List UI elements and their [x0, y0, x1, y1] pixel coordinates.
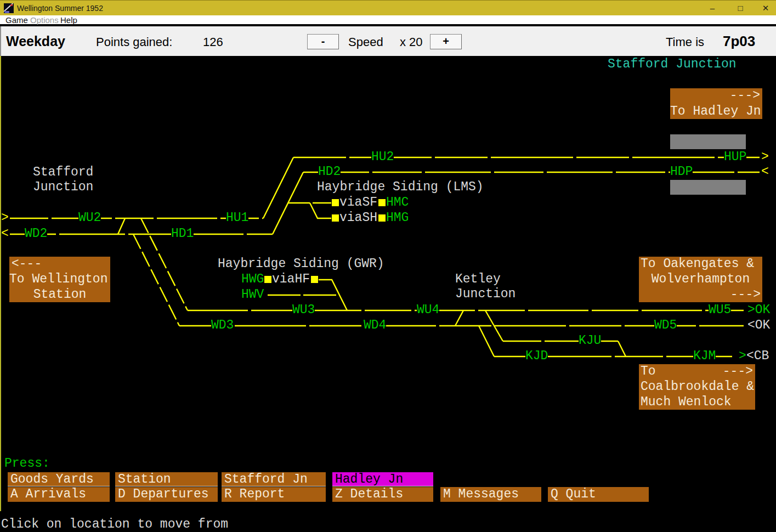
caption-ketley-junction: KetleyJunction: [455, 272, 516, 302]
app-icon: SIM: [4, 3, 14, 13]
close-button[interactable]: ✕: [760, 3, 772, 14]
berth-wu3[interactable]: WU3: [292, 303, 315, 318]
direction-box-oakengates[interactable]: To Oakengates & Wolverhampton --->: [639, 257, 762, 302]
speed-increase-button[interactable]: +: [430, 34, 462, 49]
berth-hd2[interactable]: HD2: [318, 165, 341, 179]
point-indicator[interactable]: [264, 276, 271, 283]
berth-wd4[interactable]: WD4: [364, 318, 386, 333]
press-label: Press:: [4, 456, 50, 471]
track-board: Stafford Junction StaffordJunction Haybr…: [0, 56, 776, 532]
berth-wu2[interactable]: WU2: [78, 211, 101, 225]
status-message: Click on location to move from: [1, 517, 228, 532]
caption-stafford-junction: StaffordJunction: [33, 165, 93, 195]
button-quit[interactable]: Q Quit: [548, 487, 649, 502]
button-arrivals[interactable]: A Arrivals: [8, 487, 110, 502]
time-label: Time is: [666, 35, 704, 49]
caption-haybridge-gwr: Haybridge Siding (GWR): [218, 257, 384, 271]
track-diag-kjd: [479, 326, 494, 356]
point-indicator[interactable]: [378, 199, 386, 206]
hadley-label: To Hadley Jn: [670, 104, 762, 119]
button-report[interactable]: R Report: [222, 487, 326, 502]
exit-cb[interactable]: <CB: [746, 349, 769, 364]
track-crossover-left: [118, 218, 125, 234]
hadley-arrow: --->: [670, 88, 762, 103]
app-window: SIM Wellington Summer 1952 – □ ✕ Game Op…: [0, 0, 776, 532]
berth-hdp[interactable]: HDP: [670, 165, 693, 179]
coalbrookdale-label-1: Coalbrookdale &: [639, 380, 755, 394]
via-hf-label: viaHF: [272, 272, 310, 287]
speed-decrease-button[interactable]: -: [307, 34, 339, 49]
direction-box-hadley[interactable]: ---> To Hadley Jn: [670, 88, 762, 119]
coalbrookdale-row1: To--->: [639, 364, 755, 379]
button-departures[interactable]: D Departures: [115, 487, 218, 502]
point-indicator[interactable]: [332, 199, 339, 206]
button-stafford-jn[interactable]: Stafford Jn: [222, 472, 326, 486]
exit-ok-down[interactable]: <OK: [747, 318, 770, 333]
status-header: Weekday Points gained: 126 - Speed x 20 …: [0, 26, 776, 56]
caption-haybridge-lms: Haybridge Siding (LMS): [317, 180, 484, 195]
berth-wu4[interactable]: WU4: [417, 303, 439, 318]
berth-hwv[interactable]: HWV: [241, 287, 264, 302]
track-crossover-ketley: [455, 310, 463, 326]
point-indicator[interactable]: [378, 214, 386, 222]
points-label: Points gained:: [96, 35, 172, 49]
direction-box-wellington[interactable]: <--- To Wellington Station: [9, 257, 110, 302]
arrow-hu2-exit: >: [761, 150, 769, 165]
berth-wu5[interactable]: WU5: [709, 303, 731, 318]
direction-box-coalbrookdale[interactable]: To---> Coalbrookdale & Much Wenlock: [639, 364, 755, 410]
window-title: Wellington Summer 1952: [17, 4, 103, 13]
berth-hmc[interactable]: HMC: [386, 195, 409, 210]
maximize-button[interactable]: □: [734, 3, 746, 14]
berth-kjm[interactable]: KJM: [693, 349, 716, 364]
berth-kjd[interactable]: KJD: [525, 349, 548, 364]
berth-hmg[interactable]: HMG: [386, 211, 409, 225]
button-hadley-jn[interactable]: Hadley Jn: [332, 472, 433, 486]
day-label: Weekday: [6, 33, 65, 49]
berth-wd2[interactable]: WD2: [25, 227, 47, 241]
arrow-hd2-entry: <: [761, 165, 769, 179]
arrow-wd2-exit: <: [1, 227, 9, 241]
berth-hu2[interactable]: HU2: [371, 150, 394, 165]
oakengates-label-1: To Oakengates &: [639, 257, 762, 271]
berth-hup[interactable]: HUP: [724, 150, 746, 165]
menu-game[interactable]: Game: [5, 15, 28, 25]
button-messages[interactable]: M Messages: [440, 487, 541, 502]
exit-ok-up[interactable]: >OK: [747, 303, 770, 318]
wellington-label-2: Station: [9, 287, 110, 302]
button-details[interactable]: Z Details: [332, 487, 433, 502]
speed-label: Speed: [348, 35, 383, 49]
point-indicator[interactable]: [332, 214, 339, 222]
exit-cb-arrow[interactable]: >: [739, 349, 746, 364]
time-value: 7p03: [723, 33, 755, 50]
title-bar: SIM Wellington Summer 1952 – □ ✕: [0, 0, 776, 15]
via-sf-label: viaSF: [339, 195, 377, 210]
button-goods-yards[interactable]: Goods Yards: [8, 472, 110, 486]
speed-value: x 20: [400, 35, 423, 49]
berth-hd1[interactable]: HD1: [171, 227, 194, 241]
menu-help[interactable]: Help: [60, 15, 77, 25]
berth-hwg[interactable]: HWG: [241, 272, 264, 287]
minimize-button[interactable]: –: [706, 3, 718, 14]
button-station[interactable]: Station: [115, 472, 218, 486]
board-location-title: Stafford Junction: [608, 57, 737, 72]
via-sh-label: viaSH: [339, 211, 377, 225]
oakengates-arrow: --->: [639, 287, 762, 302]
oakengates-label-2: Wolverhampton: [639, 272, 762, 287]
coalbrookdale-label-2: Much Wenlock: [639, 395, 755, 410]
arrow-wu2-entry: >: [1, 211, 9, 225]
menu-options[interactable]: Options: [30, 15, 59, 25]
track-ramp-up-main: [263, 157, 293, 218]
berth-wd3[interactable]: WD3: [211, 318, 234, 333]
berth-wd5[interactable]: WD5: [654, 318, 677, 333]
wellington-label-1: To Wellington: [9, 272, 110, 287]
track-lms-lower: [310, 203, 331, 218]
platform-indicator-up: [670, 134, 746, 149]
berth-kju[interactable]: KJU: [579, 333, 601, 348]
points-value: 126: [203, 35, 223, 49]
platform-indicator-down: [670, 180, 746, 195]
wellington-arrow: <---: [9, 257, 110, 271]
menu-bar: Game Options Help: [0, 15, 776, 25]
track-kju-ramp: [618, 341, 626, 356]
point-indicator[interactable]: [311, 276, 318, 283]
berth-hu1[interactable]: HU1: [226, 211, 248, 225]
